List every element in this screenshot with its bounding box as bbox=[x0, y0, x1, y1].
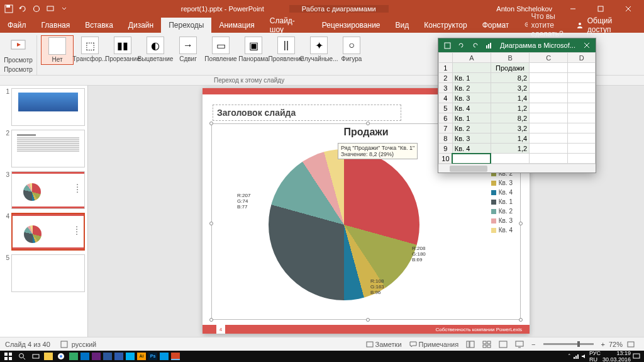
tab-переходы[interactable]: Переходы bbox=[161, 18, 211, 33]
transition-6[interactable]: ▣Панорама bbox=[237, 35, 270, 65]
svg-rect-41 bbox=[577, 354, 579, 359]
excel-save-icon[interactable] bbox=[441, 39, 453, 52]
svg-rect-24 bbox=[483, 345, 486, 348]
tab-вид[interactable]: Вид bbox=[388, 18, 417, 33]
svg-rect-40 bbox=[575, 356, 577, 359]
taskview-icon[interactable] bbox=[30, 351, 42, 361]
transition-8[interactable]: ✦Случайные... bbox=[303, 35, 335, 65]
chrome-icon[interactable] bbox=[55, 351, 67, 361]
transition-0[interactable]: Нет bbox=[41, 35, 74, 65]
thumbnail-4[interactable]: 4■■■■ bbox=[3, 213, 85, 251]
maximize-button[interactable] bbox=[587, 0, 614, 18]
svg-rect-26 bbox=[499, 341, 507, 348]
lang-indicator[interactable]: РУСRU bbox=[589, 350, 601, 362]
excel-data-window[interactable]: Диаграмма в Microsof... ABCD1Продажи2Кв.… bbox=[438, 38, 596, 173]
outlook-icon[interactable] bbox=[80, 353, 89, 360]
normal-view-icon[interactable] bbox=[462, 337, 479, 351]
transition-4[interactable]: →Сдвиг bbox=[172, 35, 204, 65]
undo-icon[interactable] bbox=[16, 3, 29, 15]
action-center-icon[interactable] bbox=[633, 353, 640, 359]
legend-item[interactable]: Кв. 2 bbox=[491, 208, 513, 215]
close-button[interactable] bbox=[615, 0, 641, 18]
tell-me[interactable]: Что вы хотите сделать? bbox=[516, 18, 567, 33]
excel-grid[interactable]: ABCD1Продажи2Кв. 18,23Кв. 23,24Кв. 31,45… bbox=[438, 52, 596, 164]
windows-taskbar[interactable]: Ai Ps ˄ РУСRU 13:1930.03.2016 bbox=[0, 351, 644, 362]
transition-2[interactable]: ▮▮Прорезание bbox=[106, 35, 139, 65]
clock[interactable]: 13:1930.03.2016 bbox=[602, 350, 631, 362]
legend-item[interactable]: Кв. 4 bbox=[491, 227, 513, 234]
transition-9[interactable]: ○Фигура bbox=[335, 35, 368, 65]
transition-1[interactable]: ⬚Трансфор... bbox=[74, 35, 106, 65]
pie-chart[interactable] bbox=[269, 149, 419, 300]
ps-icon[interactable]: Ps bbox=[148, 353, 157, 360]
excel-redo-icon[interactable] bbox=[469, 39, 481, 52]
volume-icon[interactable] bbox=[581, 353, 587, 359]
tab-конструктор[interactable]: Конструктор bbox=[416, 18, 474, 33]
explorer-icon[interactable] bbox=[44, 353, 53, 360]
language-indicator[interactable]: русский bbox=[72, 341, 96, 348]
tray-up-icon[interactable]: ˄ bbox=[568, 353, 571, 359]
skype-icon[interactable] bbox=[126, 353, 135, 360]
zoom-level[interactable]: 72% bbox=[609, 341, 623, 348]
tab-рецензирование[interactable]: Рецензирование bbox=[314, 18, 388, 33]
preview-button[interactable]: Просмотр bbox=[4, 35, 33, 65]
excel-close-button[interactable] bbox=[578, 38, 596, 52]
slide-title-placeholder[interactable]: Заголовок слайда bbox=[213, 105, 401, 121]
transition-7[interactable]: ||Проявление bbox=[270, 35, 303, 65]
slide-footer-bar: Собственность компании PowerLexis bbox=[203, 325, 530, 334]
zoom-out-button[interactable]: − bbox=[528, 337, 539, 351]
reading-view-icon[interactable] bbox=[495, 337, 511, 351]
start-slideshow-icon[interactable] bbox=[44, 3, 57, 15]
slideshow-view-icon[interactable] bbox=[511, 337, 528, 351]
thumbnail-2[interactable]: 2 bbox=[3, 130, 85, 167]
tab-файл[interactable]: Файл bbox=[0, 18, 34, 33]
comments-button[interactable]: Примечания bbox=[406, 337, 463, 351]
vs-icon[interactable] bbox=[92, 353, 101, 360]
zoom-slider[interactable] bbox=[543, 343, 594, 345]
tab-слайд-шоу[interactable]: Слайд-шоу bbox=[262, 18, 314, 33]
svg-rect-25 bbox=[487, 345, 491, 348]
transition-5[interactable]: ▭Появление bbox=[204, 35, 237, 65]
thumbnail-1[interactable]: 1 bbox=[3, 88, 85, 126]
notes-button[interactable]: Заметки bbox=[362, 337, 406, 351]
tab-анимация[interactable]: Анимация bbox=[211, 18, 262, 33]
spellcheck-icon[interactable] bbox=[57, 337, 72, 351]
fit-button[interactable] bbox=[623, 337, 639, 351]
tab-вставка[interactable]: Вставка bbox=[77, 18, 121, 33]
search-icon[interactable] bbox=[16, 351, 28, 361]
sorter-view-icon[interactable] bbox=[479, 337, 495, 351]
tab-главная[interactable]: Главная bbox=[34, 18, 78, 33]
thumbnail-5[interactable]: 5 bbox=[3, 254, 85, 292]
tab-дизайн[interactable]: Дизайн bbox=[121, 18, 161, 33]
excel-chart-icon[interactable] bbox=[482, 39, 495, 52]
svg-rect-5 bbox=[598, 6, 603, 11]
share-button[interactable]: Общий доступ bbox=[567, 18, 644, 33]
word-icon[interactable] bbox=[103, 353, 112, 360]
rgb-label: R:208G:180B:69 bbox=[412, 246, 426, 263]
svg-rect-1 bbox=[6, 5, 10, 8]
svg-rect-36 bbox=[33, 354, 39, 358]
thunderbird-icon[interactable] bbox=[114, 353, 123, 360]
ai-icon[interactable]: Ai bbox=[137, 353, 146, 360]
thumbnail-3[interactable]: 3■■■■ bbox=[3, 171, 85, 209]
excel-undo-icon[interactable] bbox=[455, 39, 467, 52]
powerpoint-icon[interactable] bbox=[171, 353, 180, 360]
legend-item[interactable]: Кв. 3 bbox=[491, 217, 513, 224]
svg-rect-13 bbox=[486, 45, 487, 48]
network-icon[interactable] bbox=[573, 353, 579, 359]
save-icon[interactable] bbox=[3, 3, 15, 15]
photos-icon[interactable] bbox=[160, 353, 169, 360]
zoom-in-button[interactable]: + bbox=[597, 337, 609, 351]
legend-item[interactable]: Кв. 4 bbox=[491, 189, 513, 196]
excel-scrollbar[interactable] bbox=[438, 164, 596, 173]
tab-формат[interactable]: Формат bbox=[475, 18, 517, 33]
legend-item[interactable]: Кв. 3 bbox=[491, 179, 513, 186]
tc-icon[interactable] bbox=[69, 353, 78, 360]
thumbnail-panel[interactable]: 123■■■■4■■■■5 bbox=[0, 86, 88, 337]
redo-icon[interactable] bbox=[30, 3, 43, 15]
start-button[interactable] bbox=[3, 351, 14, 361]
qat-more-icon[interactable] bbox=[58, 3, 70, 15]
svg-rect-18 bbox=[61, 341, 67, 348]
legend-item[interactable]: Кв. 1 bbox=[491, 198, 513, 205]
transition-3[interactable]: ◐Выцветание bbox=[139, 35, 172, 65]
